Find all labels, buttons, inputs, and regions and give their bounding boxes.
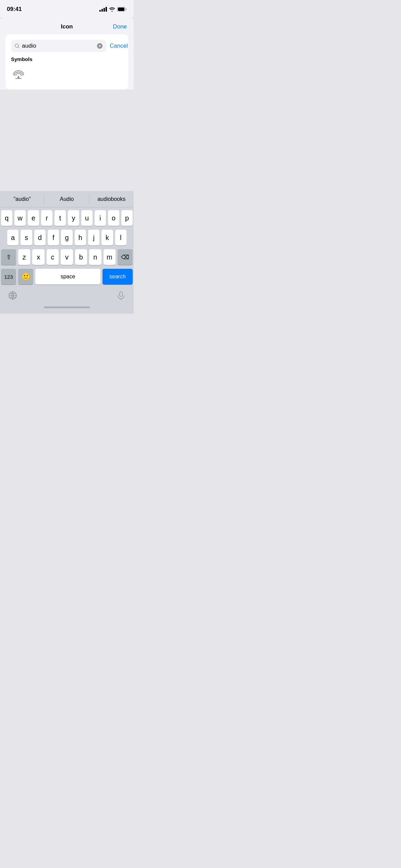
key-search[interactable]: search bbox=[102, 269, 133, 285]
key-u[interactable]: u bbox=[81, 210, 93, 226]
airplayvideo-icon bbox=[12, 67, 25, 80]
key-j[interactable]: j bbox=[88, 230, 99, 245]
status-bar: 09:41 bbox=[0, 0, 134, 17]
predictive-item-1[interactable]: Audio bbox=[45, 196, 89, 202]
status-time: 09:41 bbox=[7, 6, 22, 13]
backspace-key[interactable]: ⌫ bbox=[118, 249, 133, 265]
key-c[interactable]: c bbox=[47, 249, 59, 265]
modal-sheet: Icon Done Cancel Symbols bbox=[0, 17, 134, 89]
search-container: Cancel Symbols bbox=[5, 34, 128, 89]
mic-icon[interactable] bbox=[117, 291, 125, 300]
svg-rect-6 bbox=[120, 292, 122, 297]
home-indicator bbox=[0, 304, 134, 314]
key-m[interactable]: m bbox=[104, 249, 116, 265]
shift-key[interactable]: ⇧ bbox=[1, 249, 16, 265]
key-row-3: ⇧ z x c v b n m ⌫ bbox=[1, 249, 133, 265]
key-z[interactable]: z bbox=[18, 249, 30, 265]
predictive-bar: "audio" Audio audiobooks bbox=[0, 191, 134, 207]
symbols-grid bbox=[11, 66, 123, 81]
battery-icon bbox=[117, 7, 127, 12]
search-bar-row: Cancel bbox=[11, 40, 123, 52]
status-icons bbox=[99, 7, 127, 12]
home-bar bbox=[44, 306, 90, 308]
key-k[interactable]: k bbox=[101, 230, 113, 245]
key-f[interactable]: f bbox=[48, 230, 59, 245]
key-w[interactable]: w bbox=[14, 210, 26, 226]
svg-rect-1 bbox=[118, 8, 124, 11]
key-h[interactable]: h bbox=[75, 230, 86, 245]
cancel-button[interactable]: Cancel bbox=[110, 43, 128, 49]
symbols-section: Symbols bbox=[11, 52, 123, 84]
wifi-icon bbox=[109, 7, 115, 12]
keyboard-area: "audio" Audio audiobooks q w e r t y u i… bbox=[0, 191, 134, 314]
key-space[interactable]: space bbox=[35, 269, 100, 285]
clear-button[interactable] bbox=[97, 43, 103, 49]
bottom-accessory bbox=[0, 286, 134, 304]
symbols-section-header: Symbols bbox=[11, 56, 123, 62]
modal-header: Icon Done bbox=[0, 17, 134, 34]
done-button[interactable]: Done bbox=[113, 23, 127, 30]
clear-icon bbox=[97, 43, 103, 49]
search-input-wrapper bbox=[11, 40, 106, 52]
key-v[interactable]: v bbox=[61, 249, 73, 265]
search-input[interactable] bbox=[22, 43, 95, 49]
key-l[interactable]: l bbox=[115, 230, 126, 245]
key-p[interactable]: p bbox=[121, 210, 133, 226]
signal-bars-icon bbox=[99, 7, 107, 12]
key-123[interactable]: 123 bbox=[1, 269, 16, 285]
key-s[interactable]: s bbox=[21, 230, 32, 245]
key-r[interactable]: r bbox=[41, 210, 52, 226]
key-row-1: q w e r t y u i o p bbox=[1, 210, 133, 226]
key-row-bottom: 123 🙂 space search bbox=[1, 269, 133, 285]
key-o[interactable]: o bbox=[108, 210, 119, 226]
key-x[interactable]: x bbox=[32, 249, 44, 265]
key-emoji[interactable]: 🙂 bbox=[18, 269, 33, 285]
symbol-item-airplay[interactable] bbox=[11, 66, 26, 81]
key-g[interactable]: g bbox=[61, 230, 72, 245]
keyboard: q w e r t y u i o p a s d f g h j k l ⇧ … bbox=[0, 207, 134, 286]
key-i[interactable]: i bbox=[95, 210, 106, 226]
search-magnifier-icon bbox=[14, 43, 20, 49]
key-q[interactable]: q bbox=[1, 210, 12, 226]
key-row-2: a s d f g h j k l bbox=[1, 230, 133, 245]
key-d[interactable]: d bbox=[34, 230, 46, 245]
empty-area bbox=[0, 95, 134, 191]
globe-icon[interactable] bbox=[8, 291, 17, 300]
predictive-item-2[interactable]: audiobooks bbox=[89, 196, 134, 202]
key-e[interactable]: e bbox=[28, 210, 39, 226]
key-a[interactable]: a bbox=[7, 230, 19, 245]
key-n[interactable]: n bbox=[89, 249, 101, 265]
key-b[interactable]: b bbox=[75, 249, 87, 265]
modal-title: Icon bbox=[61, 23, 73, 30]
key-y[interactable]: y bbox=[68, 210, 79, 226]
predictive-item-0[interactable]: "audio" bbox=[0, 196, 44, 202]
key-t[interactable]: t bbox=[54, 210, 66, 226]
